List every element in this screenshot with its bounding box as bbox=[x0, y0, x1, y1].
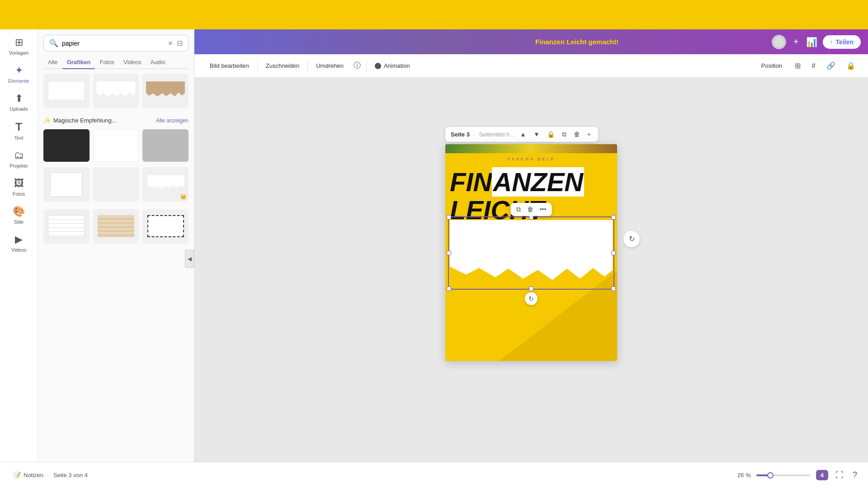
page-chevron-up[interactable]: ▲ bbox=[518, 130, 528, 139]
handle-bottom-mid[interactable] bbox=[529, 286, 533, 291]
rec-strips bbox=[38, 129, 194, 165]
rotate-icon: ↻ bbox=[528, 295, 534, 302]
view-mode-label: 4 bbox=[821, 472, 824, 479]
sidebar-label-projekte: Projekte bbox=[9, 163, 28, 169]
refresh-button[interactable]: ↻ bbox=[623, 231, 640, 247]
tab-videos[interactable]: Videos bbox=[119, 56, 146, 68]
hide-panel-button[interactable]: ◀ bbox=[185, 250, 194, 268]
projekte-icon: 🗂 bbox=[14, 150, 24, 161]
edit-image-button[interactable]: Bild bearbeiten bbox=[203, 59, 255, 73]
animation-button[interactable]: Animation bbox=[368, 59, 416, 73]
project-title: Finanzen Leicht gemacht! bbox=[535, 38, 618, 46]
stile-icon: 🎨 bbox=[13, 206, 25, 217]
grid-icon-button[interactable]: # bbox=[808, 59, 819, 73]
analytics-button[interactable]: 📊 bbox=[806, 37, 817, 47]
tab-alle[interactable]: Alle bbox=[43, 56, 62, 68]
sidebar-item-uploads[interactable]: ⬆ Uploads bbox=[2, 89, 36, 115]
notes-icon: 📝 bbox=[14, 472, 21, 479]
search-icon: 🔍 bbox=[49, 39, 58, 47]
sidebar-item-videos[interactable]: ▶ Videos bbox=[2, 230, 36, 256]
link-icon: 🔗 bbox=[826, 61, 835, 70]
paper-item-3[interactable] bbox=[142, 74, 189, 108]
refresh-icon: ↻ bbox=[629, 235, 635, 243]
sidebar-item-projekte[interactable]: 🗂 Projekte bbox=[2, 146, 36, 172]
rotate-handle[interactable]: ↻ bbox=[525, 292, 538, 305]
clear-icon[interactable]: ✕ bbox=[168, 40, 173, 47]
paper-item-9[interactable] bbox=[142, 209, 189, 244]
top-banner bbox=[0, 0, 868, 29]
rec-strip-2[interactable] bbox=[93, 129, 139, 162]
sidebar-item-stile[interactable]: 🎨 Stile bbox=[2, 202, 36, 228]
position-label: Position bbox=[761, 62, 782, 69]
page-add-btn[interactable]: + bbox=[585, 130, 593, 139]
element-toolbar: ⧉ 🗑 ••• bbox=[511, 203, 552, 216]
paper-item-2[interactable] bbox=[93, 74, 139, 108]
divider-2 bbox=[307, 61, 308, 71]
elem-more-btn[interactable]: ••• bbox=[539, 205, 547, 214]
flip-button[interactable]: Umdrehen bbox=[310, 59, 350, 73]
notes-button[interactable]: 📝 Notizen bbox=[9, 469, 48, 481]
tab-grafiken[interactable]: Grafiken bbox=[62, 56, 95, 68]
lock-icon-button[interactable]: 🔒 bbox=[843, 59, 859, 73]
paper-item-8[interactable] bbox=[93, 209, 139, 244]
paper-item-7[interactable] bbox=[43, 209, 90, 244]
text-icon: T bbox=[15, 121, 22, 133]
paper-lined-beige bbox=[98, 215, 134, 238]
design-page[interactable]: SASCHA DELP FINANZEN LEICHT ↻ bbox=[445, 144, 617, 361]
view-mode-button[interactable]: 4 bbox=[816, 470, 828, 480]
fullscreen-button[interactable]: ⛶ bbox=[834, 469, 845, 482]
avatar[interactable] bbox=[772, 35, 786, 49]
info-icon: ⓘ bbox=[354, 61, 361, 70]
uploads-icon: ⬆ bbox=[15, 93, 23, 104]
paper-item-5[interactable] bbox=[93, 167, 139, 202]
position-button[interactable]: Position bbox=[756, 60, 788, 72]
page-delete-btn[interactable]: 🗑 bbox=[572, 130, 582, 139]
paper-lined bbox=[48, 215, 85, 238]
filter-icon[interactable]: ⊟ bbox=[177, 39, 183, 47]
paper-item-1[interactable] bbox=[43, 74, 90, 108]
paper-item-6[interactable]: 👑 bbox=[142, 167, 189, 202]
tab-fotos[interactable]: Fotos bbox=[95, 56, 119, 68]
sidebar-item-vorlagen[interactable]: ⊞ Vorlagen bbox=[2, 33, 36, 59]
page-lock-btn[interactable]: 🔒 bbox=[545, 130, 557, 139]
rec-strip-1[interactable] bbox=[43, 129, 90, 162]
share-button[interactable]: ↑ Teilen bbox=[823, 35, 861, 49]
paper-torn-right bbox=[147, 175, 184, 194]
strip-white bbox=[93, 129, 139, 162]
link-icon-button[interactable]: 🔗 bbox=[823, 59, 839, 73]
search-box: 🔍 ✕ ⊟ bbox=[43, 35, 189, 52]
paper-item-4[interactable] bbox=[43, 167, 90, 202]
show-all-link[interactable]: Alle anzeigen bbox=[156, 117, 189, 124]
elem-copy-btn[interactable]: ⧉ bbox=[515, 205, 522, 214]
page-indicator: Seite 3 von 4 bbox=[53, 472, 88, 479]
tab-audio[interactable]: Audio bbox=[146, 56, 170, 68]
sidebar-label-videos: Videos bbox=[11, 247, 26, 253]
paper-element[interactable] bbox=[450, 220, 613, 287]
align-icon-button[interactable]: ⊞ bbox=[791, 59, 804, 73]
rec-strip-3[interactable] bbox=[142, 129, 189, 162]
handle-bottom-left[interactable] bbox=[447, 286, 451, 291]
add-button[interactable]: + bbox=[792, 35, 801, 49]
crop-button[interactable]: Zuschneiden bbox=[259, 59, 306, 73]
sidebar: ⊞ Vorlagen ✦ Elemente ⬆ Uploads T Text 🗂… bbox=[0, 29, 38, 488]
animation-label: Animation bbox=[384, 62, 410, 69]
page-chevron-down[interactable]: ▼ bbox=[532, 130, 542, 139]
page-copy-btn[interactable]: ⧉ bbox=[560, 130, 568, 139]
second-results-grid: 👑 bbox=[38, 167, 194, 207]
share-icon: ↑ bbox=[830, 38, 833, 46]
sidebar-item-fotos[interactable]: 🖼 Fotos bbox=[2, 174, 36, 200]
chevron-left-icon: ◀ bbox=[188, 256, 192, 262]
canvas-area[interactable]: Seite 3 - Seitentitel h... ▲ ▼ 🔒 ⧉ 🗑 + S… bbox=[194, 29, 868, 462]
sidebar-item-elemente[interactable]: ✦ Elemente bbox=[2, 61, 36, 87]
search-input[interactable] bbox=[62, 40, 164, 47]
paper-dashed bbox=[147, 215, 184, 238]
search-panel: 🔍 ✕ ⊟ Alle Grafiken Fotos Videos Audio ✨… bbox=[38, 29, 194, 488]
zoom-thumb[interactable] bbox=[767, 472, 774, 479]
info-button[interactable]: ⓘ bbox=[350, 58, 364, 73]
zoom-slider[interactable] bbox=[756, 474, 811, 476]
help-button[interactable]: ? bbox=[851, 469, 859, 482]
paper-torn-shape bbox=[96, 81, 135, 100]
sidebar-item-text[interactable]: T Text bbox=[2, 117, 36, 144]
paper-square bbox=[50, 173, 82, 197]
elem-delete-btn[interactable]: 🗑 bbox=[526, 205, 534, 214]
